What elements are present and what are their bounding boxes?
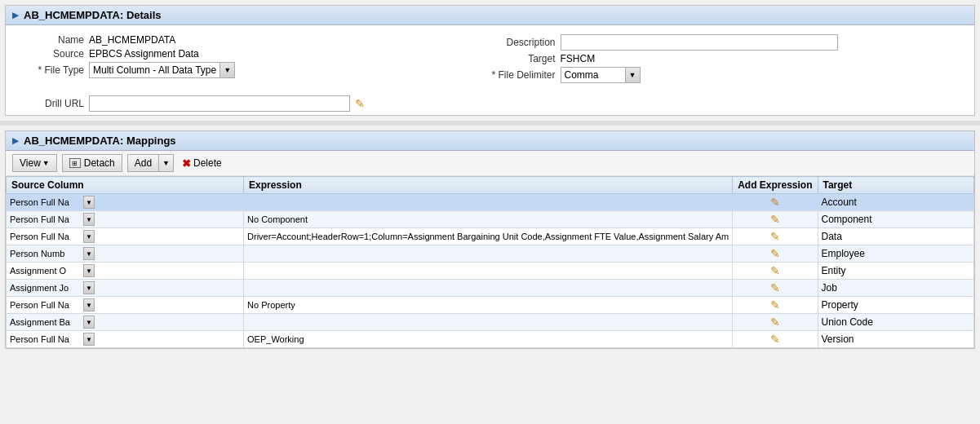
target-cell: Version bbox=[818, 331, 974, 348]
add-expression-cell: ✎ bbox=[733, 228, 818, 245]
table-row: Assignment O ▼ ✎Entity bbox=[7, 263, 974, 280]
add-expression-pencil-icon[interactable]: ✎ bbox=[770, 333, 780, 346]
source-column-cell: Person Full Na ▼ bbox=[7, 297, 244, 314]
mappings-triangle-icon: ▶ bbox=[12, 136, 19, 145]
source-dropdown-btn[interactable]: ▼ bbox=[83, 264, 95, 277]
target-value: Version bbox=[822, 333, 854, 345]
source-text: Assignment Jo bbox=[10, 283, 83, 293]
source-dropdown-btn[interactable]: ▼ bbox=[83, 230, 95, 243]
source-dropdown-btn[interactable]: ▼ bbox=[83, 281, 95, 294]
expression-cell bbox=[244, 245, 733, 263]
add-expression-pencil-icon[interactable]: ✎ bbox=[770, 264, 780, 277]
delete-button[interactable]: ✖ Delete bbox=[179, 156, 225, 171]
detach-icon: ⊞ bbox=[69, 158, 81, 168]
delete-label: Delete bbox=[193, 157, 222, 169]
table-row: Person Full Na ▼ No Property✎Property bbox=[7, 297, 974, 314]
add-expression-cell: ✎ bbox=[733, 314, 818, 331]
left-fields: Name AB_HCMEMPDATA Source EPBCS Assignme… bbox=[19, 32, 490, 86]
name-row: Name AB_HCMEMPDATA bbox=[19, 34, 490, 46]
delete-x-icon: ✖ bbox=[182, 157, 191, 170]
target-cell: Job bbox=[818, 280, 974, 297]
drill-url-input[interactable] bbox=[89, 95, 350, 112]
expression-text: OEP_Working bbox=[247, 334, 304, 344]
description-row: Description bbox=[490, 34, 962, 51]
expression-cell bbox=[244, 194, 733, 211]
file-type-combo[interactable]: Multi Column - All Data Type ▼ bbox=[89, 62, 235, 78]
add-expression-pencil-icon[interactable]: ✎ bbox=[770, 247, 780, 260]
name-label: Name bbox=[19, 34, 84, 46]
source-column-cell: Person Numb ▼ bbox=[7, 245, 244, 263]
target-cell: Entity bbox=[818, 263, 974, 280]
expression-cell: Driver=Account;HeaderRow=1;Column=Assign… bbox=[244, 228, 733, 245]
source-column-cell: Assignment Ba ▼ bbox=[7, 314, 244, 331]
table-row: Assignment Jo ▼ ✎Job bbox=[7, 280, 974, 297]
description-label: Description bbox=[490, 37, 556, 48]
table-header-row: Source Column Expression Add Expression … bbox=[7, 177, 974, 194]
source-column-cell: Person Full Na ▼ bbox=[7, 331, 244, 348]
add-expression-pencil-icon[interactable]: ✎ bbox=[770, 298, 780, 311]
add-expression-pencil-icon[interactable]: ✎ bbox=[770, 316, 780, 329]
expression-input[interactable] bbox=[247, 196, 705, 209]
drill-url-row: Drill URL ✎ bbox=[6, 92, 974, 115]
source-dropdown-btn[interactable]: ▼ bbox=[83, 247, 95, 260]
file-delimiter-select[interactable]: Comma bbox=[561, 67, 626, 83]
source-dropdown-btn[interactable]: ▼ bbox=[83, 333, 95, 346]
file-delimiter-dropdown-btn[interactable]: ▼ bbox=[626, 67, 641, 83]
expression-cell bbox=[244, 263, 733, 280]
file-type-select[interactable]: Multi Column - All Data Type bbox=[89, 62, 220, 78]
details-title: AB_HCMEMPDATA: Details bbox=[24, 9, 162, 21]
target-cell: Component bbox=[818, 211, 974, 228]
source-text: Person Full Na bbox=[10, 300, 83, 310]
detach-button[interactable]: ⊞ Detach bbox=[62, 154, 122, 172]
description-input[interactable] bbox=[561, 34, 838, 51]
target-row: Target FSHCM bbox=[490, 53, 962, 64]
source-column-cell: Person Full Na ▼ bbox=[7, 228, 244, 245]
source-column-cell: Person Full Na ▼ bbox=[7, 194, 244, 211]
add-expression-pencil-icon[interactable]: ✎ bbox=[770, 213, 780, 226]
add-main-button[interactable]: Add bbox=[127, 154, 159, 172]
source-row: Source EPBCS Assignment Data bbox=[19, 48, 490, 60]
source-text: Person Full Na bbox=[10, 214, 83, 224]
details-section: ▶ AB_HCMEMPDATA: Details Name AB_HCMEMPD… bbox=[5, 5, 975, 116]
add-expression-cell: ✎ bbox=[733, 194, 818, 211]
target-value: Entity bbox=[822, 265, 846, 276]
mappings-toolbar: View ▼ ⊞ Detach Add ▼ ✖ Delete bbox=[6, 151, 974, 176]
expression-cell: No Property bbox=[244, 297, 733, 314]
section-separator bbox=[0, 121, 980, 126]
add-button-split[interactable]: Add ▼ bbox=[127, 154, 174, 172]
view-button[interactable]: View ▼ bbox=[12, 154, 57, 172]
col-expression: Expression bbox=[244, 177, 733, 194]
drill-url-edit-icon[interactable]: ✎ bbox=[355, 97, 365, 110]
target-cell: Data bbox=[818, 228, 974, 245]
expression-cell: OEP_Working bbox=[244, 331, 733, 348]
source-dropdown-btn[interactable]: ▼ bbox=[83, 316, 95, 329]
add-expression-cell: ✎ bbox=[733, 280, 818, 297]
expression-text: No Component bbox=[247, 214, 308, 224]
source-dropdown-btn[interactable]: ▼ bbox=[83, 213, 95, 226]
view-label: View bbox=[20, 157, 41, 169]
add-expression-pencil-icon[interactable]: ✎ bbox=[770, 281, 780, 294]
source-text: Assignment O bbox=[10, 266, 83, 276]
file-delimiter-label: * File Delimiter bbox=[490, 69, 556, 81]
file-delimiter-row: * File Delimiter Comma ▼ bbox=[490, 67, 962, 83]
file-type-row: * File Type Multi Column - All Data Type… bbox=[19, 62, 490, 78]
expression-text: No Property bbox=[247, 300, 295, 310]
view-dropdown-icon: ▼ bbox=[42, 159, 50, 167]
add-expression-pencil-icon[interactable]: ✎ bbox=[770, 230, 780, 243]
source-column-cell: Assignment O ▼ bbox=[7, 263, 244, 280]
file-delimiter-combo[interactable]: Comma ▼ bbox=[561, 67, 641, 83]
col-source-column: Source Column bbox=[7, 177, 244, 194]
add-expression-pencil-icon[interactable]: ✎ bbox=[770, 196, 780, 209]
table-row: Person Numb ▼ ✎Employee bbox=[7, 245, 974, 263]
add-dropdown-button[interactable]: ▼ bbox=[159, 154, 174, 172]
expression-cell: No Component bbox=[244, 211, 733, 228]
source-column-cell: Assignment Jo ▼ bbox=[7, 280, 244, 297]
target-cell: Property bbox=[818, 297, 974, 314]
file-type-dropdown-btn[interactable]: ▼ bbox=[220, 62, 235, 78]
right-fields: Description Target FSHCM * File Delimite… bbox=[490, 32, 962, 86]
drill-url-label: Drill URL bbox=[19, 98, 84, 109]
table-row: Person Full Na ▼ No Component✎Component bbox=[7, 211, 974, 228]
source-dropdown-btn[interactable]: ▼ bbox=[83, 298, 95, 311]
expression-text: Driver=Account;HeaderRow=1;Column=Assign… bbox=[247, 232, 729, 241]
source-dropdown-btn[interactable]: ▼ bbox=[83, 196, 95, 209]
